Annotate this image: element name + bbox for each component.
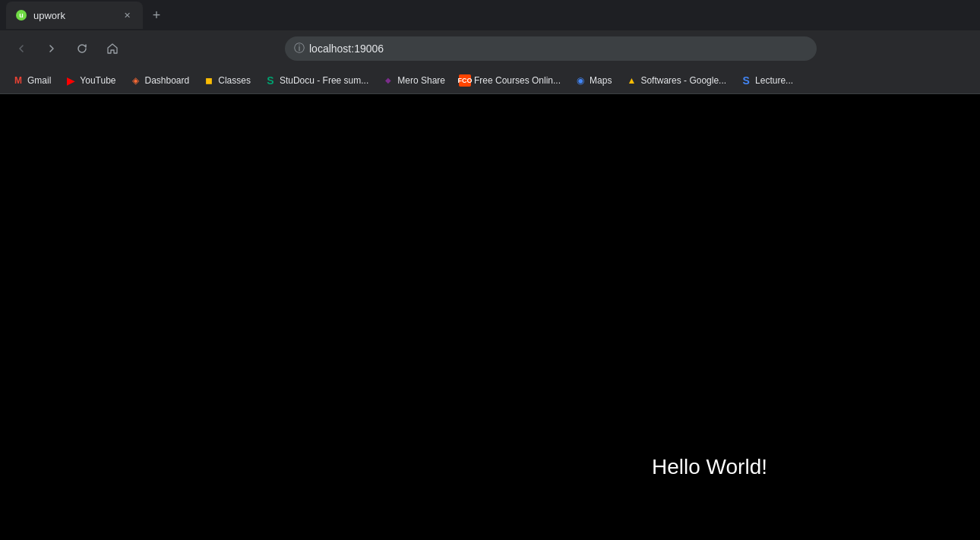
bookmark-meroshare-label: Mero Share: [397, 75, 445, 86]
page-content: Hello World!: [0, 94, 980, 540]
bookmark-classes[interactable]: ◼ Classes: [197, 71, 257, 90]
bookmark-gmail-label: Gmail: [27, 75, 51, 86]
meroshare-icon: ◆: [382, 74, 394, 87]
tab-close-button[interactable]: ✕: [120, 8, 134, 22]
url-text: localhost:19006: [309, 43, 808, 55]
youtube-icon: ▶: [65, 74, 77, 87]
bookmark-studocu[interactable]: S StuDocu - Free sum...: [258, 71, 375, 90]
bookmark-fco-label: Free Courses Onlin...: [474, 75, 561, 86]
gmail-icon: M: [12, 74, 24, 87]
back-button[interactable]: [9, 36, 33, 61]
bookmark-softwares-label: Softwares - Google...: [640, 75, 726, 86]
studocu-icon: S: [264, 74, 277, 87]
new-tab-button[interactable]: +: [146, 5, 167, 26]
bookmark-classes-label: Classes: [218, 75, 251, 86]
upwork-favicon-icon: u: [16, 10, 27, 21]
classes-icon: ◼: [203, 74, 215, 87]
softwares-icon: ▲: [625, 74, 637, 87]
bookmark-gmail[interactable]: M Gmail: [6, 71, 57, 90]
home-button[interactable]: [100, 36, 125, 61]
reload-button[interactable]: [70, 36, 94, 61]
bookmark-lectures-label: Lecture...: [755, 75, 793, 86]
bookmark-youtube-label: YouTube: [80, 75, 115, 86]
bookmark-studocu-label: StuDocu - Free sum...: [280, 75, 368, 86]
tab-bar: u upwork ✕ +: [0, 0, 980, 30]
address-bar: ⓘ localhost:19006: [0, 30, 980, 67]
bookmark-fco[interactable]: FCO Free Courses Onlin...: [453, 71, 567, 90]
bookmark-maps[interactable]: ◉ Maps: [568, 71, 618, 90]
active-tab[interactable]: u upwork ✕: [6, 2, 143, 29]
tab-title: upwork: [33, 10, 114, 21]
bookmark-maps-label: Maps: [590, 75, 612, 86]
tab-favicon: u: [15, 9, 27, 21]
maps-icon: ◉: [574, 74, 586, 87]
bookmark-softwares[interactable]: ▲ Softwares - Google...: [619, 71, 732, 90]
url-bar[interactable]: ⓘ localhost:19006: [285, 36, 817, 61]
bookmark-lectures[interactable]: S Lecture...: [734, 71, 799, 90]
lectures-icon: S: [740, 74, 752, 87]
bookmark-youtube[interactable]: ▶ YouTube: [58, 71, 122, 90]
bookmarks-bar: M Gmail ▶ YouTube ◈ Dashboard ◼ Classes …: [0, 67, 980, 94]
bookmark-dashboard[interactable]: ◈ Dashboard: [124, 71, 196, 90]
browser-chrome: u upwork ✕ + ⓘ localhost:19006 M Gmail: [0, 0, 980, 94]
bookmark-meroshare[interactable]: ◆ Mero Share: [376, 71, 451, 90]
forward-button[interactable]: [40, 36, 64, 61]
dashboard-icon: ◈: [130, 74, 142, 87]
bookmark-dashboard-label: Dashboard: [145, 75, 190, 86]
hello-world-text: Hello World!: [652, 455, 767, 479]
secure-icon: ⓘ: [294, 42, 305, 55]
fco-icon: FCO: [459, 74, 471, 87]
